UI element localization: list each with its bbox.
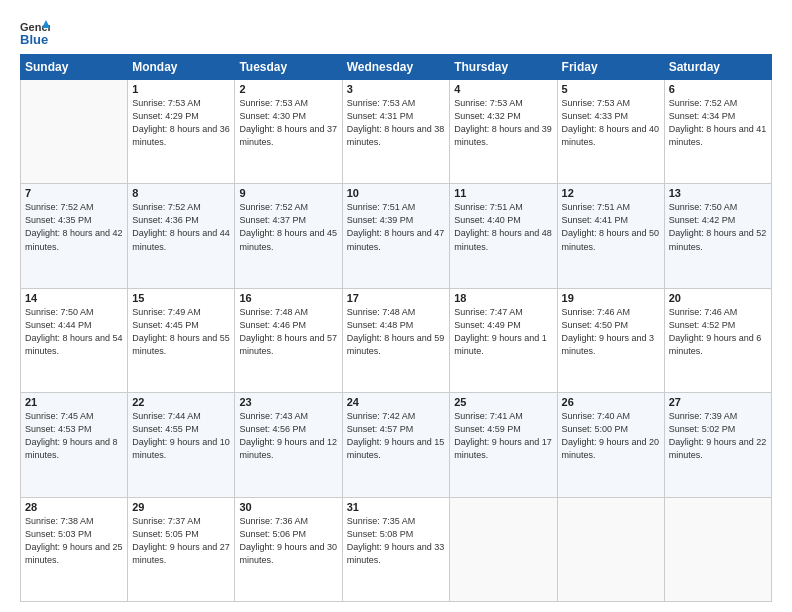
day-info: Sunrise: 7:51 AMSunset: 4:39 PMDaylight:… — [347, 201, 446, 253]
calendar-cell: 29Sunrise: 7:37 AMSunset: 5:05 PMDayligh… — [128, 497, 235, 601]
day-number: 16 — [239, 292, 337, 304]
calendar-cell: 21Sunrise: 7:45 AMSunset: 4:53 PMDayligh… — [21, 393, 128, 497]
weekday-header: Saturday — [664, 55, 771, 80]
day-number: 31 — [347, 501, 446, 513]
weekday-header: Friday — [557, 55, 664, 80]
day-number: 25 — [454, 396, 552, 408]
day-number: 10 — [347, 187, 446, 199]
day-number: 27 — [669, 396, 767, 408]
weekday-header: Tuesday — [235, 55, 342, 80]
weekday-header: Wednesday — [342, 55, 450, 80]
calendar-cell: 2Sunrise: 7:53 AMSunset: 4:30 PMDaylight… — [235, 80, 342, 184]
day-info: Sunrise: 7:47 AMSunset: 4:49 PMDaylight:… — [454, 306, 552, 358]
calendar-cell — [557, 497, 664, 601]
page: General Blue SundayMondayTuesdayWednesda… — [0, 0, 792, 612]
day-number: 19 — [562, 292, 660, 304]
day-info: Sunrise: 7:38 AMSunset: 5:03 PMDaylight:… — [25, 515, 123, 567]
calendar-cell: 31Sunrise: 7:35 AMSunset: 5:08 PMDayligh… — [342, 497, 450, 601]
day-number: 29 — [132, 501, 230, 513]
calendar-cell: 25Sunrise: 7:41 AMSunset: 4:59 PMDayligh… — [450, 393, 557, 497]
day-info: Sunrise: 7:40 AMSunset: 5:00 PMDaylight:… — [562, 410, 660, 462]
day-info: Sunrise: 7:43 AMSunset: 4:56 PMDaylight:… — [239, 410, 337, 462]
calendar-cell: 12Sunrise: 7:51 AMSunset: 4:41 PMDayligh… — [557, 184, 664, 288]
day-number: 4 — [454, 83, 552, 95]
day-number: 7 — [25, 187, 123, 199]
calendar-cell: 9Sunrise: 7:52 AMSunset: 4:37 PMDaylight… — [235, 184, 342, 288]
day-info: Sunrise: 7:50 AMSunset: 4:42 PMDaylight:… — [669, 201, 767, 253]
calendar-cell: 3Sunrise: 7:53 AMSunset: 4:31 PMDaylight… — [342, 80, 450, 184]
day-number: 17 — [347, 292, 446, 304]
day-info: Sunrise: 7:37 AMSunset: 5:05 PMDaylight:… — [132, 515, 230, 567]
calendar-cell: 20Sunrise: 7:46 AMSunset: 4:52 PMDayligh… — [664, 288, 771, 392]
day-number: 3 — [347, 83, 446, 95]
calendar-cell: 19Sunrise: 7:46 AMSunset: 4:50 PMDayligh… — [557, 288, 664, 392]
calendar-row: 14Sunrise: 7:50 AMSunset: 4:44 PMDayligh… — [21, 288, 772, 392]
calendar-cell: 4Sunrise: 7:53 AMSunset: 4:32 PMDaylight… — [450, 80, 557, 184]
calendar-cell: 8Sunrise: 7:52 AMSunset: 4:36 PMDaylight… — [128, 184, 235, 288]
calendar-cell: 14Sunrise: 7:50 AMSunset: 4:44 PMDayligh… — [21, 288, 128, 392]
day-number: 26 — [562, 396, 660, 408]
calendar-row: 28Sunrise: 7:38 AMSunset: 5:03 PMDayligh… — [21, 497, 772, 601]
calendar-cell: 16Sunrise: 7:48 AMSunset: 4:46 PMDayligh… — [235, 288, 342, 392]
calendar-cell: 11Sunrise: 7:51 AMSunset: 4:40 PMDayligh… — [450, 184, 557, 288]
day-number: 2 — [239, 83, 337, 95]
logo: General Blue — [20, 18, 50, 46]
day-number: 22 — [132, 396, 230, 408]
day-number: 11 — [454, 187, 552, 199]
day-info: Sunrise: 7:53 AMSunset: 4:29 PMDaylight:… — [132, 97, 230, 149]
day-info: Sunrise: 7:52 AMSunset: 4:37 PMDaylight:… — [239, 201, 337, 253]
day-number: 1 — [132, 83, 230, 95]
day-info: Sunrise: 7:46 AMSunset: 4:50 PMDaylight:… — [562, 306, 660, 358]
calendar-cell: 5Sunrise: 7:53 AMSunset: 4:33 PMDaylight… — [557, 80, 664, 184]
calendar-cell: 6Sunrise: 7:52 AMSunset: 4:34 PMDaylight… — [664, 80, 771, 184]
calendar-cell: 26Sunrise: 7:40 AMSunset: 5:00 PMDayligh… — [557, 393, 664, 497]
day-info: Sunrise: 7:46 AMSunset: 4:52 PMDaylight:… — [669, 306, 767, 358]
calendar-cell: 28Sunrise: 7:38 AMSunset: 5:03 PMDayligh… — [21, 497, 128, 601]
calendar-cell: 17Sunrise: 7:48 AMSunset: 4:48 PMDayligh… — [342, 288, 450, 392]
svg-text:Blue: Blue — [20, 32, 48, 46]
day-number: 15 — [132, 292, 230, 304]
calendar-cell — [664, 497, 771, 601]
weekday-header: Monday — [128, 55, 235, 80]
day-info: Sunrise: 7:36 AMSunset: 5:06 PMDaylight:… — [239, 515, 337, 567]
day-info: Sunrise: 7:39 AMSunset: 5:02 PMDaylight:… — [669, 410, 767, 462]
day-number: 21 — [25, 396, 123, 408]
day-info: Sunrise: 7:51 AMSunset: 4:40 PMDaylight:… — [454, 201, 552, 253]
day-number: 24 — [347, 396, 446, 408]
day-info: Sunrise: 7:53 AMSunset: 4:31 PMDaylight:… — [347, 97, 446, 149]
day-info: Sunrise: 7:53 AMSunset: 4:32 PMDaylight:… — [454, 97, 552, 149]
day-info: Sunrise: 7:53 AMSunset: 4:33 PMDaylight:… — [562, 97, 660, 149]
header-row: SundayMondayTuesdayWednesdayThursdayFrid… — [21, 55, 772, 80]
day-number: 6 — [669, 83, 767, 95]
day-info: Sunrise: 7:48 AMSunset: 4:48 PMDaylight:… — [347, 306, 446, 358]
day-number: 23 — [239, 396, 337, 408]
day-info: Sunrise: 7:51 AMSunset: 4:41 PMDaylight:… — [562, 201, 660, 253]
day-number: 9 — [239, 187, 337, 199]
day-info: Sunrise: 7:53 AMSunset: 4:30 PMDaylight:… — [239, 97, 337, 149]
weekday-header: Sunday — [21, 55, 128, 80]
calendar-cell: 1Sunrise: 7:53 AMSunset: 4:29 PMDaylight… — [128, 80, 235, 184]
calendar-cell: 23Sunrise: 7:43 AMSunset: 4:56 PMDayligh… — [235, 393, 342, 497]
day-number: 14 — [25, 292, 123, 304]
calendar-cell: 18Sunrise: 7:47 AMSunset: 4:49 PMDayligh… — [450, 288, 557, 392]
day-number: 20 — [669, 292, 767, 304]
day-number: 30 — [239, 501, 337, 513]
day-info: Sunrise: 7:48 AMSunset: 4:46 PMDaylight:… — [239, 306, 337, 358]
day-number: 28 — [25, 501, 123, 513]
day-number: 12 — [562, 187, 660, 199]
header: General Blue — [20, 18, 772, 46]
day-info: Sunrise: 7:35 AMSunset: 5:08 PMDaylight:… — [347, 515, 446, 567]
weekday-header: Thursday — [450, 55, 557, 80]
calendar-cell: 13Sunrise: 7:50 AMSunset: 4:42 PMDayligh… — [664, 184, 771, 288]
day-info: Sunrise: 7:49 AMSunset: 4:45 PMDaylight:… — [132, 306, 230, 358]
calendar-row: 1Sunrise: 7:53 AMSunset: 4:29 PMDaylight… — [21, 80, 772, 184]
calendar-row: 7Sunrise: 7:52 AMSunset: 4:35 PMDaylight… — [21, 184, 772, 288]
calendar-table: SundayMondayTuesdayWednesdayThursdayFrid… — [20, 54, 772, 602]
day-info: Sunrise: 7:41 AMSunset: 4:59 PMDaylight:… — [454, 410, 552, 462]
day-info: Sunrise: 7:50 AMSunset: 4:44 PMDaylight:… — [25, 306, 123, 358]
calendar-cell: 7Sunrise: 7:52 AMSunset: 4:35 PMDaylight… — [21, 184, 128, 288]
day-number: 18 — [454, 292, 552, 304]
day-info: Sunrise: 7:42 AMSunset: 4:57 PMDaylight:… — [347, 410, 446, 462]
calendar-row: 21Sunrise: 7:45 AMSunset: 4:53 PMDayligh… — [21, 393, 772, 497]
calendar-cell: 10Sunrise: 7:51 AMSunset: 4:39 PMDayligh… — [342, 184, 450, 288]
